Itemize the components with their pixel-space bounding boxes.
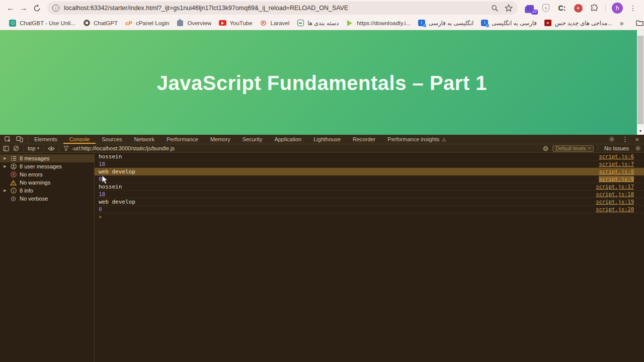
source-link[interactable]: script.js:6 bbox=[599, 153, 634, 159]
overview-favicon-icon bbox=[176, 19, 184, 27]
console-sidebar-toggle-icon[interactable] bbox=[3, 146, 9, 151]
expand-arrow-icon[interactable]: ▶ bbox=[3, 189, 7, 193]
chatgbt-favicon-icon bbox=[9, 19, 17, 27]
extensions-puzzle-icon[interactable] bbox=[589, 3, 599, 13]
page-viewport: JavaScript Fundamentals – Part 1 ▼ bbox=[0, 30, 644, 135]
back-button[interactable]: ← bbox=[4, 2, 17, 15]
console-filter-input[interactable]: -url:http://localhost:3000/static/js/bun… bbox=[63, 145, 539, 151]
mail-extension-icon[interactable]: 27 bbox=[525, 3, 535, 13]
devtools-panel: Elements Console Sources Network Perform… bbox=[0, 135, 644, 362]
filter-funnel-icon bbox=[63, 146, 69, 151]
bookmark-item[interactable]: ا انگلیسی به فارسی bbox=[414, 18, 477, 29]
browser-toolbar: ← → i localhost:63342/starter/index.html… bbox=[0, 0, 644, 16]
console-message-row[interactable]: 0 script.js:9 bbox=[95, 175, 644, 183]
source-link[interactable]: script.js:18 bbox=[596, 191, 634, 197]
sidebar-item-all-messages[interactable]: ▶ 8 messages bbox=[0, 154, 94, 162]
console-message-row[interactable]: hossein script.js:17 bbox=[95, 183, 644, 191]
scrollbar-thumb[interactable] bbox=[637, 36, 643, 124]
page-scrollbar[interactable]: ▼ bbox=[637, 30, 644, 135]
devtools-tabs: Elements Console Sources Network Perform… bbox=[28, 135, 604, 144]
info-icon bbox=[10, 188, 17, 194]
bookmark-star-icon[interactable] bbox=[505, 4, 513, 12]
url-text[interactable]: localhost:63342/starter/index.html?_ijt=… bbox=[64, 5, 487, 12]
browser-menu-icon[interactable]: ⋮ bbox=[629, 4, 637, 12]
bookmark-item[interactable]: YouTube bbox=[215, 18, 256, 29]
devtools-settings-gear-icon[interactable] bbox=[609, 136, 615, 142]
devtools-tabbar: Elements Console Sources Network Perform… bbox=[0, 135, 644, 144]
expand-arrow-icon[interactable]: ▶ bbox=[3, 164, 7, 168]
bookmark-item[interactable]: ⦿ Laravel bbox=[256, 18, 293, 29]
console-settings-gear-icon[interactable] bbox=[635, 145, 641, 151]
source-link[interactable]: script.js:19 bbox=[596, 199, 634, 205]
bookmark-item[interactable]: دسته بندی ها bbox=[293, 18, 342, 29]
forward-button[interactable]: → bbox=[17, 2, 30, 15]
tab-application[interactable]: Application bbox=[268, 135, 307, 144]
inspect-element-icon[interactable] bbox=[5, 136, 11, 143]
tab-performance-insights[interactable]: Performance insights △ bbox=[381, 135, 451, 144]
console-sidebar: ▶ 8 messages ▶ 8 user messages No errors bbox=[0, 153, 95, 362]
downloadly-favicon-icon bbox=[346, 19, 354, 27]
source-link[interactable]: script.js:7 bbox=[599, 161, 634, 167]
messages-list-icon bbox=[10, 155, 17, 162]
bookmark-item[interactable]: https://downloadly.i... bbox=[342, 18, 414, 29]
tab-sources[interactable]: Sources bbox=[96, 135, 128, 144]
site-info-icon[interactable]: i bbox=[52, 5, 59, 12]
source-link[interactable]: script.js:20 bbox=[596, 206, 634, 212]
clear-filter-icon[interactable] bbox=[543, 146, 548, 151]
bookmark-item[interactable]: ا فارسی به انگلیسی bbox=[477, 18, 540, 29]
clear-console-icon[interactable] bbox=[13, 145, 19, 151]
issues-counter[interactable]: No Issues bbox=[602, 145, 631, 151]
source-link[interactable]: script.js:17 bbox=[596, 184, 634, 190]
colorzilla-extension-icon[interactable]: C: bbox=[557, 3, 567, 13]
translate-favicon-icon: ا bbox=[418, 19, 426, 27]
bookmark-item[interactable]: ■ مداحی های جدید حس... bbox=[540, 18, 616, 29]
shield-extension-icon[interactable]: S bbox=[541, 3, 551, 13]
tab-elements[interactable]: Elements bbox=[28, 135, 63, 144]
tab-performance[interactable]: Performance bbox=[160, 135, 204, 144]
device-toolbar-icon[interactable] bbox=[16, 136, 23, 142]
console-message-row[interactable]: web develop script.js:8 bbox=[95, 168, 644, 175]
log-levels-dropdown[interactable]: Default levels ▾ bbox=[552, 145, 594, 152]
bookmark-item[interactable]: cP cPanel Login bbox=[121, 18, 173, 29]
sidebar-item-info[interactable]: ▶ 8 info bbox=[0, 187, 94, 195]
expand-arrow-icon[interactable]: ▶ bbox=[3, 156, 7, 160]
all-bookmarks-button[interactable]: All Bookmarks bbox=[632, 17, 644, 29]
reload-button[interactable] bbox=[30, 2, 43, 15]
console-message-row[interactable]: hossein script.js:6 bbox=[95, 153, 644, 160]
chevron-down-icon: ▾ bbox=[37, 146, 39, 150]
bookmark-item[interactable]: Overview bbox=[173, 18, 215, 29]
tab-recorder[interactable]: Recorder bbox=[347, 135, 381, 144]
maddahi-favicon-icon: ■ bbox=[544, 19, 552, 27]
scrollbar-down-button[interactable]: ▼ bbox=[637, 128, 644, 134]
tab-network[interactable]: Network bbox=[128, 135, 160, 144]
bookmarks-overflow-chevron[interactable]: » bbox=[616, 19, 628, 27]
sidebar-item-warnings[interactable]: No warnings bbox=[0, 178, 94, 187]
sidebar-item-user-messages[interactable]: ▶ 8 user messages bbox=[0, 162, 94, 170]
profile-avatar[interactable]: h bbox=[612, 3, 623, 14]
sidebar-item-errors[interactable]: No errors bbox=[0, 170, 94, 178]
source-link[interactable]: script.js:8 bbox=[599, 168, 634, 174]
devtools-close-icon[interactable]: × bbox=[635, 136, 639, 143]
console-message-row[interactable]: 0 script.js:20 bbox=[95, 206, 644, 213]
console-input-row[interactable]: > bbox=[95, 213, 644, 221]
extension-tray: 27 S C: ● h ⋮ bbox=[522, 3, 640, 14]
live-expression-eye-icon[interactable] bbox=[48, 146, 55, 151]
zoom-icon[interactable] bbox=[491, 5, 499, 12]
console-message-row[interactable]: 18 script.js:18 bbox=[95, 191, 644, 198]
tab-memory[interactable]: Memory bbox=[204, 135, 236, 144]
bookmark-item[interactable]: ChatGBT - Use Unli... bbox=[5, 18, 79, 29]
tab-console[interactable]: Console bbox=[63, 135, 96, 144]
extension-badge: 27 bbox=[531, 10, 538, 15]
source-link[interactable]: script.js:9 bbox=[599, 176, 634, 182]
address-bar[interactable]: i localhost:63342/starter/index.html?_ij… bbox=[47, 2, 518, 15]
tab-lighthouse[interactable]: Lighthouse bbox=[307, 135, 347, 144]
console-message-row[interactable]: web develop script.js:19 bbox=[95, 198, 644, 206]
tab-security[interactable]: Security bbox=[236, 135, 269, 144]
console-message-row[interactable]: 18 script.js:7 bbox=[95, 160, 644, 168]
red-extension-icon[interactable]: ● bbox=[573, 3, 583, 13]
devtools-menu-icon[interactable]: ⋮ bbox=[621, 135, 629, 143]
bookmark-item[interactable]: ChatGPT bbox=[79, 18, 121, 29]
sidebar-item-verbose[interactable]: No verbose bbox=[0, 195, 94, 203]
context-selector[interactable]: top ▾ bbox=[28, 145, 39, 151]
laravel-favicon-icon: ⦿ bbox=[260, 19, 268, 27]
